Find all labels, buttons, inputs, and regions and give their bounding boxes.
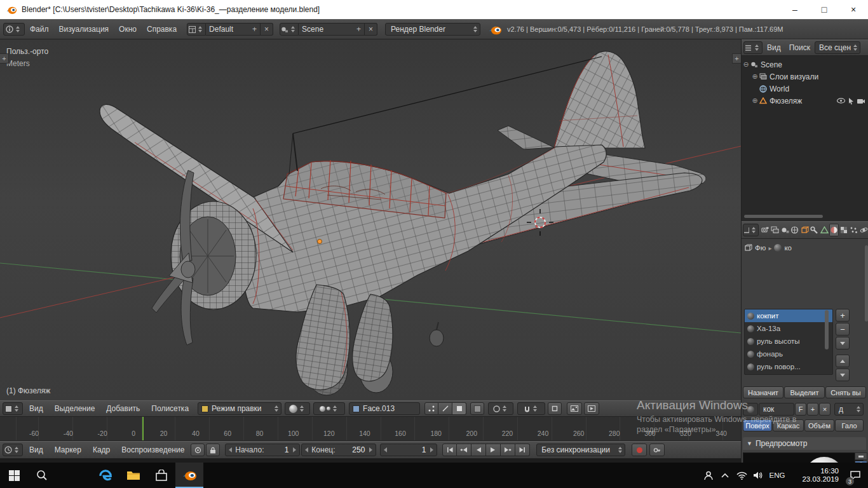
material-slot-item[interactable]: руль повор... [745, 360, 832, 373]
maximize-button[interactable]: □ [810, 0, 839, 19]
network-wifi-icon[interactable] [733, 463, 750, 488]
material-slot-item[interactable]: фонарь [745, 348, 832, 360]
expander-icon[interactable]: ⊕ [750, 72, 759, 81]
record-button[interactable] [632, 444, 647, 456]
material-slot-item[interactable]: Ха-13а [745, 322, 832, 335]
toolshelf-open-tab[interactable]: + [0, 53, 9, 64]
remove-material-slot-button[interactable]: − [836, 323, 850, 336]
increment-arrow-icon[interactable] [293, 447, 296, 452]
data-link-dropdown[interactable]: д [834, 403, 864, 416]
action-center-button[interactable]: 3 [843, 463, 868, 488]
deselect-button[interactable]: Снять вы [825, 386, 866, 398]
timeline-ruler[interactable]: -60 -40 -20 0 20 40 60 80 100 120 140 16… [0, 417, 741, 441]
use-preview-range-button[interactable] [191, 444, 205, 456]
tab-particles-icon[interactable] [849, 224, 859, 236]
screen-layout-name-field[interactable]: Default + [206, 23, 261, 36]
next-keyframe-button[interactable] [501, 444, 515, 456]
menu-tl-playback[interactable]: Воспроизведение [116, 442, 189, 458]
fake-user-button[interactable]: F [795, 403, 806, 416]
decrement-arrow-icon[interactable] [305, 447, 308, 452]
editor-type-button-3dview[interactable] [3, 402, 23, 415]
new-material-button[interactable]: + [807, 403, 818, 416]
properties-shelf-open-tab[interactable]: + [732, 53, 741, 64]
panel-collapse-icon[interactable]: ▼ [747, 440, 752, 447]
frame-start-field[interactable]: Начало: 1 [225, 444, 300, 456]
material-browse-button[interactable] [743, 403, 758, 416]
edge-select-button[interactable] [438, 402, 452, 415]
menu-add[interactable]: Добавить [101, 401, 145, 416]
expander-icon[interactable]: ⊕ [750, 97, 759, 105]
increment-arrow-icon[interactable] [430, 447, 433, 452]
selectability-cursor-icon[interactable] [848, 97, 855, 105]
renderability-camera-icon[interactable] [857, 97, 865, 104]
type-volume-button[interactable]: Объём [804, 419, 834, 431]
material-specials-button[interactable] [836, 337, 850, 349]
start-button[interactable] [0, 463, 28, 488]
viewport-3d[interactable]: Польз.-орто Meters (1) Фюзеляж + + [0, 39, 741, 400]
menu-tl-frame[interactable]: Кадр [88, 442, 115, 458]
outliner-item-scene[interactable]: ⊖ Scene [742, 58, 868, 71]
visibility-eye-icon[interactable] [836, 97, 846, 104]
delete-layout-button[interactable]: × [261, 23, 273, 36]
pivot-dropdown[interactable] [313, 402, 345, 415]
outliner-menu-search[interactable]: Поиск [785, 40, 814, 55]
tab-physics-icon[interactable] [858, 224, 868, 236]
decrement-arrow-icon[interactable] [384, 447, 387, 452]
sync-dropdown[interactable]: Без синхронизации [536, 444, 625, 456]
menu-file[interactable]: Файл [25, 20, 54, 39]
render-opengl-button[interactable] [567, 402, 582, 415]
editor-type-button-outliner[interactable] [743, 41, 763, 54]
outliner-item-world[interactable]: World [742, 83, 868, 95]
breadcrumb-material-name[interactable]: ко [784, 244, 792, 252]
menu-tl-marker[interactable]: Маркер [50, 442, 86, 458]
add-layout-icon[interactable]: + [252, 25, 257, 34]
play-reverse-button[interactable] [471, 444, 486, 456]
keying-set-button[interactable] [649, 444, 665, 456]
type-wire-button[interactable]: Каркас [773, 419, 804, 431]
hidden-icons-chevron[interactable] [717, 463, 733, 488]
render-opengl-anim-button[interactable] [584, 402, 599, 415]
increment-arrow-icon[interactable] [369, 447, 372, 452]
scene-browse-button[interactable] [280, 23, 299, 36]
preview-panel-header[interactable]: ▼ Предпросмотр [743, 437, 866, 450]
outliner-hscrollbar[interactable] [744, 215, 823, 218]
outliner-item-render-layers[interactable]: ⊕ Слои визуали [742, 71, 868, 83]
minimize-button[interactable]: – [780, 0, 810, 19]
menu-window[interactable]: Окно [114, 20, 142, 39]
editor-type-button-timeline[interactable] [3, 444, 23, 456]
jump-to-start-button[interactable] [442, 444, 457, 456]
frame-end-field[interactable]: Конец: 250 [301, 444, 376, 456]
timeline-playhead[interactable] [142, 417, 144, 441]
tab-object-data-icon[interactable] [819, 224, 829, 236]
menu-select[interactable]: Выделение [50, 401, 100, 416]
occlude-geometry-button[interactable] [470, 402, 484, 415]
type-surface-button[interactable]: Поверх [743, 419, 772, 431]
menu-render[interactable]: Визуализация [54, 20, 114, 39]
outliner-display-mode-dropdown[interactable]: Все сцен [815, 41, 860, 54]
tab-modifiers-icon[interactable] [810, 224, 820, 236]
tab-scene-icon[interactable] [780, 224, 790, 236]
decrement-arrow-icon[interactable] [229, 447, 232, 452]
scene-name-field[interactable]: Scene + [299, 23, 365, 36]
taskbar-explorer-button[interactable] [119, 463, 147, 488]
tab-material-icon[interactable] [829, 224, 839, 236]
taskbar-store-button[interactable] [147, 463, 175, 488]
snap-dropdown[interactable] [517, 402, 545, 415]
language-indicator[interactable]: ENG [766, 463, 788, 488]
properties-scrollbar[interactable] [865, 245, 868, 322]
tab-render-layers-icon[interactable] [770, 224, 780, 236]
tab-object-icon[interactable] [799, 224, 810, 236]
move-slot-up-button[interactable] [836, 355, 850, 367]
volume-icon[interactable] [750, 463, 766, 488]
jump-to-end-button[interactable] [515, 444, 530, 456]
screen-layout-browse-button[interactable] [187, 23, 206, 36]
menu-mesh[interactable]: Полисетка [146, 401, 194, 416]
mode-dropdown[interactable]: Режим правки [198, 402, 281, 415]
type-halo-button[interactable]: Гало [835, 419, 864, 431]
tab-texture-icon[interactable] [839, 224, 849, 236]
face-select-button[interactable] [452, 402, 466, 415]
outliner-menu-view[interactable]: Вид [763, 40, 785, 55]
material-slot-item[interactable]: руль высоты [745, 335, 832, 348]
proportional-edit-dropdown[interactable] [488, 402, 513, 415]
delete-scene-button[interactable]: × [365, 23, 377, 36]
